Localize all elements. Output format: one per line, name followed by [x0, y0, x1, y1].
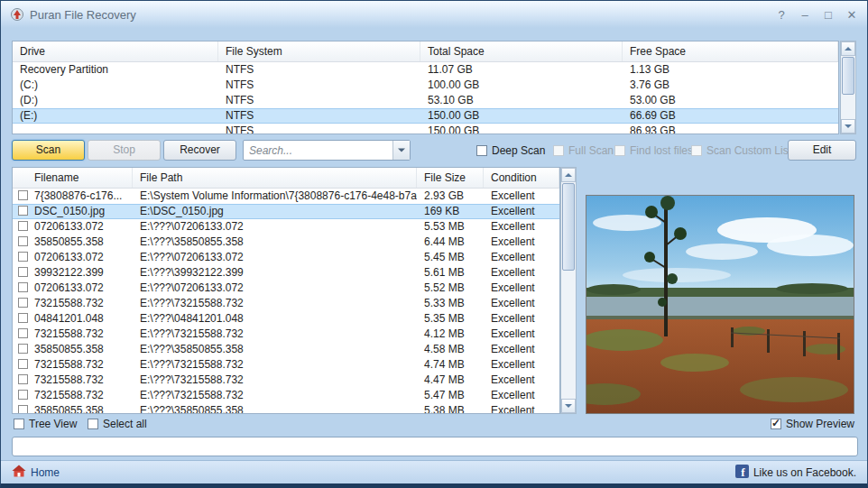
- facebook-link[interactable]: f Like us on Facebook.: [735, 465, 856, 481]
- file-row[interactable]: 73215588.732 E:\???\73215588.732 4.12 MB…: [13, 327, 559, 342]
- file-row[interactable]: DSC_0150.jpg E:\DSC_0150.jpg 169 KB Exce…: [13, 204, 559, 219]
- freespace-col-header[interactable]: Free Space: [623, 41, 838, 61]
- app-window: Puran File Recovery ? – □ ✕ Drive File S…: [0, 0, 868, 488]
- file-row[interactable]: 39932122.399 E:\???\39932122.399 5.61 MB…: [13, 265, 559, 281]
- select-all-checkbox[interactable]: Select all: [88, 417, 147, 431]
- file-row[interactable]: 73215588.732 E:\???\73215588.732 5.33 MB…: [13, 296, 559, 311]
- file-row[interactable]: 07206133.072 E:\???\07206133.072 5.45 MB…: [13, 250, 559, 265]
- filename-text: 73215588.732: [34, 357, 104, 373]
- scroll-down-icon[interactable]: [561, 399, 576, 413]
- condition-cell: Excellent: [484, 327, 559, 342]
- filesize-col-header[interactable]: File Size: [417, 168, 484, 188]
- file-row-checkbox[interactable]: [18, 313, 28, 323]
- maximize-button[interactable]: □: [822, 8, 835, 22]
- condition-col-header[interactable]: Condition: [484, 168, 559, 188]
- filesystem-col-header[interactable]: File System: [218, 41, 420, 61]
- drive-free-space: 66.69 GB: [623, 108, 838, 124]
- file-row-checkbox[interactable]: [18, 282, 28, 292]
- file-row-checkbox[interactable]: [18, 236, 28, 246]
- filepath-cell: E:\???\39932122.399: [133, 265, 417, 281]
- file-row-checkbox[interactable]: [18, 298, 28, 308]
- file-row[interactable]: 73215588.732 E:\???\73215588.732 4.74 MB…: [13, 357, 559, 373]
- scan-button[interactable]: Scan: [12, 140, 85, 161]
- file-scrollbar-thumb[interactable]: [562, 183, 575, 271]
- search-dropdown-button[interactable]: [392, 141, 410, 160]
- file-row-checkbox[interactable]: [18, 405, 28, 414]
- file-row[interactable]: 07206133.072 E:\???\07206133.072 5.52 MB…: [13, 281, 559, 296]
- file-row[interactable]: 73215588.732 E:\???\73215588.732 5.47 MB…: [13, 388, 559, 403]
- drive-scrollbar[interactable]: [840, 41, 856, 134]
- filename-text: 04841201.048: [34, 311, 104, 327]
- file-row[interactable]: 07206133.072 E:\???\07206133.072 5.53 MB…: [13, 219, 559, 235]
- drive-free-space: 53.00 GB: [623, 93, 838, 108]
- file-row[interactable]: 35850855.358 E:\???\35850855.358 4.58 MB…: [13, 342, 559, 357]
- close-button[interactable]: ✕: [845, 8, 858, 22]
- find-lost-files-checkbox-box: [614, 145, 625, 156]
- drive-col-header[interactable]: Drive: [13, 41, 218, 61]
- file-row-checkbox[interactable]: [18, 374, 28, 384]
- file-row-checkbox[interactable]: [18, 252, 28, 262]
- file-row[interactable]: 35850855.358 E:\???\35850855.358 5.38 MB…: [13, 403, 559, 414]
- minimize-button[interactable]: –: [799, 8, 811, 22]
- file-row-checkbox[interactable]: [18, 328, 28, 338]
- drive-scrollbar-thumb[interactable]: [842, 57, 854, 95]
- file-row-checkbox[interactable]: [18, 206, 28, 216]
- filename-cell: 73215588.732: [13, 373, 133, 388]
- edit-button[interactable]: Edit: [788, 140, 856, 161]
- home-link[interactable]: Home: [12, 464, 60, 481]
- preview-image: [586, 195, 854, 414]
- show-preview-checkbox[interactable]: Show Preview: [771, 417, 854, 431]
- filename-cell: 35850855.358: [13, 403, 133, 414]
- select-all-checkbox-box[interactable]: [88, 419, 98, 429]
- home-icon: [12, 464, 26, 481]
- drive-name: (D:): [13, 93, 218, 108]
- tree-view-checkbox-box[interactable]: [14, 419, 24, 429]
- drive-total-space: 150.00 GB: [420, 108, 623, 124]
- full-scan-label: Full Scan: [568, 144, 614, 157]
- recover-button[interactable]: Recover: [163, 140, 236, 161]
- file-scrollbar[interactable]: [560, 167, 577, 414]
- scroll-up-icon[interactable]: [841, 41, 855, 56]
- drive-row[interactable]: (C:) NTFS 100.00 GB 3.76 GB: [13, 78, 838, 93]
- facebook-label: Like us on Facebook.: [753, 466, 856, 479]
- drive-filesystem: NTFS: [218, 93, 420, 108]
- filesize-cell: 4.58 MB: [417, 342, 484, 357]
- drive-row[interactable]: NTFS 150.00 GB 86.93 GB: [13, 124, 838, 134]
- file-row-checkbox[interactable]: [18, 267, 28, 277]
- file-row[interactable]: 73215588.732 E:\???\73215588.732 4.47 MB…: [13, 373, 559, 388]
- search-input[interactable]: [244, 141, 392, 160]
- drive-filesystem: NTFS: [218, 62, 420, 78]
- deep-scan-checkbox-box[interactable]: [476, 145, 487, 156]
- filename-col-header[interactable]: Filename: [13, 168, 133, 188]
- stop-button: Stop: [88, 140, 161, 161]
- file-row-checkbox[interactable]: [18, 390, 28, 400]
- filepath-cell: E:\???\07206133.072: [133, 281, 417, 296]
- filename-cell: 73215588.732: [13, 388, 133, 403]
- show-preview-checkbox-box[interactable]: [771, 419, 781, 429]
- status-input[interactable]: [12, 437, 858, 456]
- svg-text:f: f: [741, 465, 745, 478]
- drive-row[interactable]: (E:) NTFS 150.00 GB 66.69 GB: [13, 108, 838, 124]
- file-row-checkbox[interactable]: [18, 221, 28, 231]
- scroll-up-icon[interactable]: [561, 168, 576, 182]
- file-row-checkbox[interactable]: [18, 190, 28, 200]
- file-row-checkbox[interactable]: [18, 344, 28, 354]
- file-row[interactable]: 35850855.358 E:\???\35850855.358 6.44 MB…: [13, 235, 559, 250]
- title-bar[interactable]: Puran File Recovery ? – □ ✕: [1, 1, 867, 28]
- file-row-checkbox[interactable]: [18, 359, 28, 369]
- find-lost-files-label: Find lost files: [630, 144, 693, 157]
- filepath-cell: E:\???\73215588.732: [133, 357, 417, 373]
- filepath-col-header[interactable]: File Path: [133, 168, 417, 188]
- filename-text: 35850855.358: [34, 403, 104, 414]
- scroll-down-icon[interactable]: [841, 119, 855, 134]
- search-combobox[interactable]: [243, 140, 411, 161]
- tree-view-checkbox[interactable]: Tree View: [14, 417, 77, 431]
- file-row[interactable]: 7{3808876-c176... E:\System Volume Infor…: [13, 189, 559, 204]
- drive-row[interactable]: Recovery Partition NTFS 11.07 GB 1.13 GB: [13, 62, 838, 78]
- help-button[interactable]: ?: [775, 8, 788, 22]
- drive-row[interactable]: (D:) NTFS 53.10 GB 53.00 GB: [13, 93, 838, 108]
- condition-cell: Excellent: [484, 373, 559, 388]
- file-row[interactable]: 04841201.048 E:\???\04841201.048 5.35 MB…: [13, 311, 559, 327]
- deep-scan-checkbox[interactable]: Deep Scan: [476, 143, 545, 158]
- totalspace-col-header[interactable]: Total Space: [420, 41, 623, 61]
